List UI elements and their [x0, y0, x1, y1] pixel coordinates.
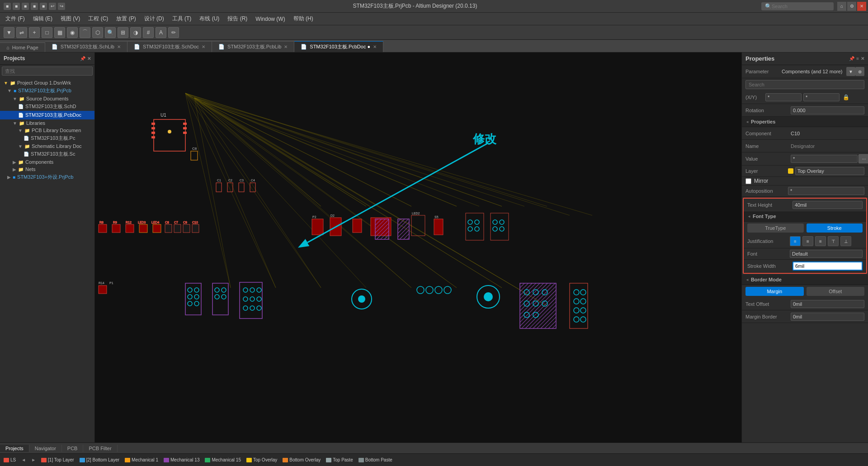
just-left-btn[interactable]: ≡ — [790, 236, 801, 246]
close-button[interactable]: ✕ — [857, 2, 866, 11]
home-button[interactable]: ⌂ — [837, 2, 846, 11]
tree-item-group[interactable]: ▼ 📁 Project Group 1.DsnWrk — [0, 79, 94, 86]
layer-top-paste[interactable]: Top Paste — [326, 457, 353, 462]
zoom-in-btn[interactable]: 🔍 — [105, 27, 116, 38]
bottom-tab-projects[interactable]: Projects — [0, 445, 29, 452]
just-right-btn[interactable]: ≡ — [815, 236, 826, 246]
parameter-expand-btn[interactable]: ⊕ — [855, 67, 864, 76]
properties-pin-icon[interactable]: 📌 — [849, 56, 854, 61]
tree-item-components[interactable]: ▶ 📁 Components — [0, 158, 94, 166]
value-input[interactable] — [791, 155, 858, 163]
tree-item-stm-sc[interactable]: 📄 STM32F103主板.Sc — [0, 150, 94, 158]
menu-window[interactable]: Window (W) — [252, 15, 288, 23]
tree-item-project2[interactable]: ▶ ■ STM32F103+外设.PrjPcb — [0, 173, 94, 181]
menu-place[interactable]: 放置 (P) — [113, 14, 139, 24]
menu-project[interactable]: 工程 (C) — [85, 14, 112, 24]
autoposition-select[interactable]: * Manual Auto — [788, 187, 864, 195]
pcb-canvas-area[interactable]: U1 C8 C1 C2 C3 — [95, 52, 741, 442]
layer-nav-right[interactable]: ► — [31, 457, 36, 462]
rect-tool-btn[interactable]: □ — [42, 27, 52, 38]
tab-schlib-close[interactable]: ✕ — [117, 44, 121, 49]
tree-item-project1[interactable]: ▼ ■ STM32F103主板.PrjPcb — [0, 86, 94, 95]
text-height-input[interactable] — [793, 201, 863, 209]
bottom-tab-pcbfilter[interactable]: PCB Filter — [83, 445, 117, 452]
filter-tool-btn[interactable]: ▼ — [4, 27, 14, 38]
panel-pin-icon[interactable]: 📌 — [80, 56, 85, 61]
tree-item-pcbdoc[interactable]: 📄 STM32F103主板.PcbDoc — [0, 111, 94, 119]
mirror-checkbox[interactable] — [745, 178, 751, 184]
menu-view[interactable]: 视图 (V) — [57, 14, 84, 24]
layer-top-overlay[interactable]: Top Overlay — [246, 457, 277, 462]
bottom-tab-pcb[interactable]: PCB — [62, 445, 84, 452]
layer-bottom-paste[interactable]: Bottom Paste — [359, 457, 392, 462]
menu-report[interactable]: 报告 (R) — [224, 14, 251, 24]
layer-mech13[interactable]: Mechanical 13 — [164, 457, 199, 462]
properties-close-icon[interactable]: ✕ — [861, 56, 864, 61]
layer-nav-left[interactable]: ◄ — [21, 457, 26, 462]
menu-design[interactable]: 设计 (D) — [141, 14, 168, 24]
tab-schlib[interactable]: 📄 STM32F103主板.SchLib ✕ — [45, 41, 127, 52]
x-input[interactable] — [765, 93, 802, 101]
tree-item-stm-pc[interactable]: 📄 STM32F103主板.Pc — [0, 134, 94, 143]
layer-bottom-overlay[interactable]: Bottom Overlay — [283, 457, 321, 462]
font-type-section-header[interactable]: Font Type — [744, 211, 866, 222]
tree-item-pcblib-folder[interactable]: ▼ 📁 PCB Library Documen — [0, 127, 94, 134]
layer-ls[interactable]: LS — [4, 457, 16, 462]
tab-schdoc-close[interactable]: ✕ — [202, 44, 205, 49]
just-bottom-btn[interactable]: ⊥ — [840, 236, 851, 246]
properties-search-input[interactable] — [745, 80, 864, 89]
lock-icon[interactable]: 🔒 — [841, 93, 850, 102]
tab-schdoc[interactable]: 📄 STM32F103主板.SchDoc ✕ — [127, 41, 212, 52]
menu-route[interactable]: 布线 (U) — [196, 14, 223, 24]
properties-menu-icon[interactable]: ≡ — [856, 56, 859, 61]
rotation-input[interactable] — [791, 106, 864, 114]
just-top-btn[interactable]: ⊤ — [828, 236, 839, 246]
chart-tool-btn[interactable]: ▦ — [54, 27, 65, 38]
contrast-btn[interactable]: ◑ — [130, 27, 141, 38]
add-tool-btn[interactable]: + — [29, 27, 40, 38]
settings-button[interactable]: ⚙ — [847, 2, 856, 11]
offset-btn[interactable]: Offset — [807, 287, 865, 296]
parameter-filter-btn[interactable]: ▼ — [846, 67, 855, 76]
just-center-btn[interactable]: ≡ — [802, 236, 813, 246]
tree-item-nets[interactable]: ▶ 📁 Nets — [0, 166, 94, 173]
titlebar-search-input[interactable] — [772, 4, 826, 9]
menu-edit[interactable]: 编辑 (E) — [29, 14, 56, 24]
properties-section-header[interactable]: Properties — [742, 117, 868, 127]
project-search-input[interactable] — [2, 67, 93, 76]
grid-btn[interactable]: # — [143, 27, 154, 38]
menu-tools[interactable]: 工具 (T) — [169, 14, 195, 24]
layer-top[interactable]: [1] Top Layer — [41, 457, 74, 462]
text-offset-input[interactable] — [791, 300, 864, 308]
pen-tool-btn[interactable]: ✏ — [168, 27, 179, 38]
menu-file[interactable]: 文件 (F) — [2, 14, 28, 24]
tree-item-schlib-folder[interactable]: ▼ 📁 Schematic Library Doc — [0, 143, 94, 150]
value-ellipsis-btn[interactable]: ··· — [859, 154, 868, 163]
route-tool-btn[interactable]: ⇌ — [16, 27, 27, 38]
layer-mech1[interactable]: Mechanical 1 — [125, 457, 158, 462]
menu-help[interactable]: 帮助 (H) — [290, 14, 317, 24]
tab-pcblib[interactable]: 📄 STM32F103主板.PcbLib ✕ — [212, 41, 294, 52]
tab-pcbdoc[interactable]: 📄 STM32F103主板.PcbDoc ● ✕ — [294, 41, 383, 52]
bottom-tab-navigator[interactable]: Navigator — [29, 445, 62, 452]
tab-pcblib-close[interactable]: ✕ — [284, 44, 288, 49]
tree-item-schdoc[interactable]: 📄 STM32F103主板.SchD — [0, 102, 94, 111]
border-mode-section-header[interactable]: Border Mode — [742, 275, 868, 285]
tab-pcbdoc-close[interactable]: ✕ — [373, 44, 377, 49]
layer-mech15[interactable]: Mechanical 15 — [205, 457, 241, 462]
stroke-width-input[interactable] — [793, 262, 863, 271]
panel-close-icon[interactable]: ✕ — [87, 56, 91, 61]
text-tool-btn[interactable]: A — [156, 27, 166, 38]
margin-border-input[interactable] — [791, 313, 864, 321]
tab-home[interactable]: ⌂ Home Page — [0, 43, 45, 52]
arc-tool-btn[interactable]: ⌒ — [80, 27, 90, 38]
zoom-fit-btn[interactable]: ⊞ — [118, 27, 128, 38]
truetype-btn[interactable]: TrueType — [747, 223, 804, 233]
titlebar-search[interactable]: 🔍 — [761, 2, 834, 10]
tree-item-source-docs[interactable]: ▼ 📁 Source Documents — [0, 95, 94, 102]
stroke-btn[interactable]: Stroke — [807, 223, 863, 233]
measure-tool-btn[interactable]: ⬡ — [92, 27, 103, 38]
tree-item-libraries[interactable]: ▼ 📁 Libraries — [0, 119, 94, 127]
font-select[interactable]: Default Arial Times New Roman — [790, 250, 863, 258]
layer-bottom[interactable]: [2] Bottom Layer — [80, 457, 119, 462]
